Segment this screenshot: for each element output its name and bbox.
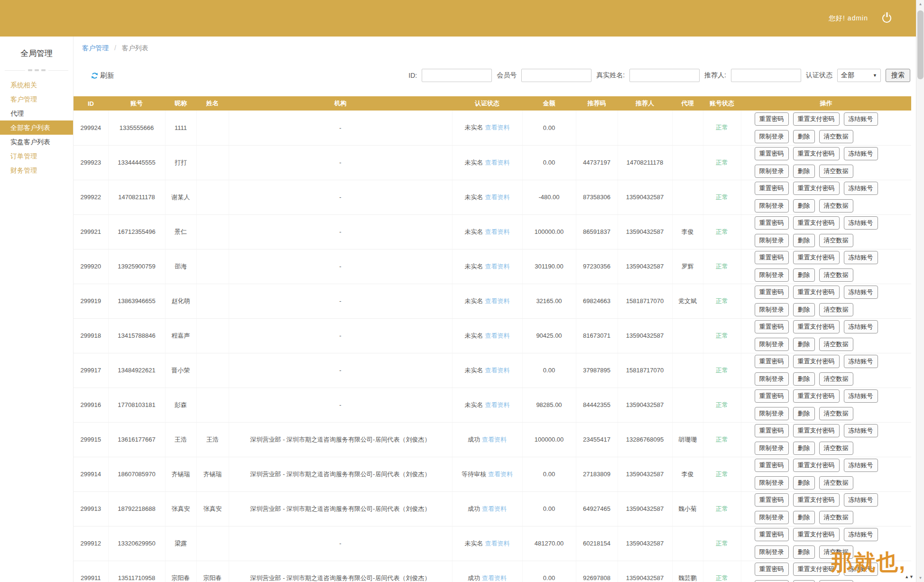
reset-pay-password-button[interactable]: 重置支付密码 [793, 251, 840, 264]
reset-password-button[interactable]: 重置密码 [755, 355, 789, 368]
reset-password-button[interactable]: 重置密码 [755, 320, 789, 333]
freeze-account-button[interactable]: 冻结账号 [844, 528, 878, 541]
reset-pay-password-button[interactable]: 重置支付密码 [793, 182, 840, 195]
clear-data-button[interactable]: 清空数据 [819, 165, 853, 178]
view-profile-link[interactable]: 查看资料 [488, 471, 513, 478]
scrollbar-thumb[interactable] [917, 10, 924, 79]
delete-button[interactable]: 删除 [793, 268, 815, 282]
filter-referrer-input[interactable] [731, 69, 801, 82]
sidebar-item-4[interactable]: 实盘客户列表 [0, 135, 73, 149]
delete-button[interactable]: 删除 [793, 303, 815, 316]
restrict-login-button[interactable]: 限制登录 [755, 234, 789, 247]
freeze-account-button[interactable]: 冻结账号 [844, 147, 878, 160]
sidebar-item-2[interactable]: 代理 [0, 106, 73, 120]
view-profile-link[interactable]: 查看资料 [482, 574, 507, 582]
clear-data-button[interactable]: 清空数据 [819, 407, 853, 420]
freeze-account-button[interactable]: 冻结账号 [844, 216, 878, 230]
reset-pay-password-button[interactable]: 重置支付密码 [793, 459, 840, 472]
view-profile-link[interactable]: 查看资料 [485, 297, 510, 305]
freeze-account-button[interactable]: 冻结账号 [844, 424, 878, 437]
restrict-login-button[interactable]: 限制登录 [755, 476, 789, 490]
view-profile-link[interactable]: 查看资料 [482, 505, 507, 512]
freeze-account-button[interactable]: 冻结账号 [844, 563, 878, 576]
scroll-down-arrow[interactable]: ▼ [916, 576, 924, 580]
reset-pay-password-button[interactable]: 重置支付密码 [793, 528, 840, 541]
filter-realname-input[interactable] [629, 69, 700, 82]
restrict-login-button[interactable]: 限制登录 [755, 130, 789, 143]
delete-button[interactable]: 删除 [793, 338, 815, 351]
clear-data-button[interactable]: 清空数据 [819, 476, 853, 490]
delete-button[interactable]: 删除 [793, 199, 815, 212]
freeze-account-button[interactable]: 冻结账号 [844, 459, 878, 472]
freeze-account-button[interactable]: 冻结账号 [844, 251, 878, 264]
reset-password-button[interactable]: 重置密码 [755, 286, 789, 299]
freeze-account-button[interactable]: 冻结账号 [844, 320, 878, 333]
reset-password-button[interactable]: 重置密码 [755, 493, 789, 507]
clear-data-button[interactable]: 清空数据 [819, 580, 853, 582]
reset-password-button[interactable]: 重置密码 [755, 147, 789, 160]
reset-pay-password-button[interactable]: 重置支付密码 [793, 424, 840, 437]
freeze-account-button[interactable]: 冻结账号 [844, 182, 878, 195]
clear-data-button[interactable]: 清空数据 [819, 545, 853, 559]
restrict-login-button[interactable]: 限制登录 [755, 338, 789, 351]
delete-button[interactable]: 删除 [793, 372, 815, 386]
refresh-button[interactable]: 刷新 [91, 71, 114, 80]
delete-button[interactable]: 删除 [793, 580, 815, 582]
vertical-scrollbar[interactable]: ▲ ▼ [916, 0, 924, 582]
reset-password-button[interactable]: 重置密码 [755, 112, 789, 126]
restrict-login-button[interactable]: 限制登录 [755, 199, 789, 212]
filter-id-input[interactable] [422, 69, 492, 82]
restrict-login-button[interactable]: 限制登录 [755, 165, 789, 178]
scroll-up-arrow[interactable]: ▲ [916, 2, 924, 6]
reset-password-button[interactable]: 重置密码 [755, 528, 789, 541]
reset-password-button[interactable]: 重置密码 [755, 563, 789, 576]
search-button[interactable]: 搜索 [886, 69, 910, 82]
sidebar-item-3[interactable]: 全部客户列表 [0, 120, 73, 135]
view-profile-link[interactable]: 查看资料 [482, 436, 507, 443]
reset-pay-password-button[interactable]: 重置支付密码 [793, 216, 840, 230]
view-profile-link[interactable]: 查看资料 [485, 159, 510, 166]
delete-button[interactable]: 删除 [793, 442, 815, 455]
sidebar-item-5[interactable]: 订单管理 [0, 149, 73, 163]
sidebar-item-1[interactable]: 客户管理 [0, 92, 73, 106]
freeze-account-button[interactable]: 冻结账号 [844, 389, 878, 403]
view-profile-link[interactable]: 查看资料 [485, 228, 510, 235]
reset-pay-password-button[interactable]: 重置支付密码 [793, 320, 840, 333]
reset-pay-password-button[interactable]: 重置支付密码 [793, 493, 840, 507]
reset-password-button[interactable]: 重置密码 [755, 251, 789, 264]
restrict-login-button[interactable]: 限制登录 [755, 580, 789, 582]
sidebar-item-0[interactable]: 系统相关 [0, 78, 73, 92]
clear-data-button[interactable]: 清空数据 [819, 303, 853, 316]
clear-data-button[interactable]: 清空数据 [819, 130, 853, 143]
restrict-login-button[interactable]: 限制登录 [755, 511, 789, 524]
auth-status-select[interactable]: 全部 ▼ [837, 69, 881, 82]
delete-button[interactable]: 删除 [793, 476, 815, 490]
view-profile-link[interactable]: 查看资料 [485, 401, 510, 408]
view-profile-link[interactable]: 查看资料 [485, 194, 510, 201]
reset-pay-password-button[interactable]: 重置支付密码 [793, 147, 840, 160]
restrict-login-button[interactable]: 限制登录 [755, 442, 789, 455]
reset-pay-password-button[interactable]: 重置支付密码 [793, 286, 840, 299]
clear-data-button[interactable]: 清空数据 [819, 511, 853, 524]
view-profile-link[interactable]: 查看资料 [485, 367, 510, 374]
reset-password-button[interactable]: 重置密码 [755, 459, 789, 472]
reset-pay-password-button[interactable]: 重置支付密码 [793, 563, 840, 576]
reset-password-button[interactable]: 重置密码 [755, 389, 789, 403]
freeze-account-button[interactable]: 冻结账号 [844, 112, 878, 126]
freeze-account-button[interactable]: 冻结账号 [844, 493, 878, 507]
delete-button[interactable]: 删除 [793, 407, 815, 420]
filter-member-input[interactable] [521, 69, 591, 82]
reset-pay-password-button[interactable]: 重置支付密码 [793, 355, 840, 368]
restrict-login-button[interactable]: 限制登录 [755, 372, 789, 386]
clear-data-button[interactable]: 清空数据 [819, 372, 853, 386]
reset-password-button[interactable]: 重置密码 [755, 182, 789, 195]
delete-button[interactable]: 删除 [793, 165, 815, 178]
logout-power-icon[interactable] [882, 14, 891, 23]
delete-button[interactable]: 删除 [793, 234, 815, 247]
view-profile-link[interactable]: 查看资料 [485, 263, 510, 270]
reset-pay-password-button[interactable]: 重置支付密码 [793, 112, 840, 126]
clear-data-button[interactable]: 清空数据 [819, 234, 853, 247]
clear-data-button[interactable]: 清空数据 [819, 338, 853, 351]
scroll-corner-arrows[interactable]: ▲▼ [905, 574, 914, 579]
clear-data-button[interactable]: 清空数据 [819, 442, 853, 455]
